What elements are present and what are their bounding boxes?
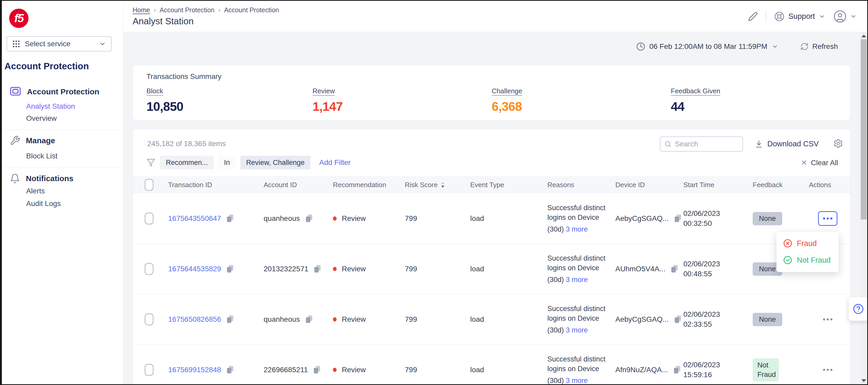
chevron-down-icon [818, 13, 825, 20]
risk-score-value: 799 [405, 315, 470, 324]
pencil-icon[interactable] [748, 11, 758, 22]
clear-all-button[interactable]: ✕ Clear All [801, 158, 838, 167]
copy-icon[interactable] [226, 214, 234, 223]
copy-icon[interactable] [305, 214, 313, 223]
start-date: 02/06/2023 [683, 259, 720, 269]
vertical-scrollbar[interactable] [860, 32, 867, 384]
support-menu[interactable]: Support [774, 11, 825, 22]
copy-icon[interactable] [673, 365, 681, 374]
transaction-id-link[interactable]: 1675644535829 [168, 265, 221, 273]
items-count: 245,182 of 18,365 items [147, 139, 226, 148]
sidebar-section-manage[interactable]: Manage [10, 135, 55, 146]
col-transaction-id[interactable]: Transaction ID [168, 181, 264, 189]
more-reasons-link[interactable]: 3 more [566, 275, 588, 285]
col-account-id[interactable]: Account ID [264, 181, 333, 189]
scrollbar-thumb[interactable] [861, 39, 867, 220]
copy-icon[interactable] [226, 315, 234, 324]
row-checkbox[interactable] [145, 313, 154, 325]
select-service-dropdown[interactable]: Select service [6, 36, 112, 52]
sidebar-section-notifications[interactable]: Notifications [10, 173, 73, 184]
summary-title: Transactions Summary [147, 72, 221, 81]
sidebar-section-account-protection[interactable]: Account Protection [10, 87, 99, 97]
copy-icon[interactable] [226, 264, 234, 274]
metric-label[interactable]: Review [312, 87, 343, 95]
table-header: Transaction ID Account ID Recommendation… [133, 176, 850, 193]
start-time-cell: 02/06/2023 00:32:50 [683, 208, 720, 228]
table-settings-button[interactable] [833, 138, 843, 149]
row-actions-button[interactable] [818, 362, 837, 377]
start-time: 00:32:50 [683, 219, 720, 228]
download-csv-button[interactable]: Download CSV [755, 139, 819, 148]
more-reasons-link[interactable]: 3 more [566, 325, 588, 335]
sidebar-item-audit-logs[interactable]: Audit Logs [26, 199, 61, 208]
col-reasons[interactable]: Reasons [547, 181, 615, 189]
select-all-checkbox[interactable] [145, 179, 154, 191]
filter-field-chip[interactable]: Recommen... [160, 156, 214, 169]
col-risk-score[interactable]: Risk Score [405, 181, 470, 189]
row-checkbox[interactable] [145, 263, 154, 275]
breadcrumb: Home › Account Protection › Account Prot… [133, 6, 279, 14]
menu-item-fraud[interactable]: Fraud [776, 235, 839, 252]
filter-icon [147, 158, 155, 167]
col-device-id[interactable]: Device ID [615, 181, 683, 189]
sidebar-item-block-list[interactable]: Block List [26, 152, 58, 160]
feedback-badge: None [753, 313, 782, 326]
circle-check-icon [783, 256, 792, 264]
transaction-id-link[interactable]: 1675650826856 [168, 315, 221, 324]
row-actions-button[interactable] [818, 312, 837, 327]
sidebar-item-alerts[interactable]: Alerts [26, 187, 45, 195]
copy-icon[interactable] [671, 264, 678, 274]
refresh-button[interactable]: Refresh [800, 42, 838, 51]
row-checkbox[interactable] [145, 364, 154, 376]
recommendation-value: Review [342, 214, 366, 223]
help-button[interactable] [849, 297, 868, 321]
copy-icon[interactable] [305, 315, 313, 324]
menu-item-not-fraud[interactable]: Not Fraud [776, 252, 839, 268]
sidebar-item-overview[interactable]: Overview [26, 114, 57, 123]
metric-label[interactable]: Feedback Given [671, 87, 720, 95]
col-recommendation[interactable]: Recommendation [333, 181, 405, 189]
metric-label[interactable]: Block [147, 87, 183, 95]
sidebar-item-analyst-station[interactable]: Analyst Station [26, 102, 75, 110]
feedback-menu: Fraud Not Fraud [776, 232, 839, 272]
chevron-down-icon[interactable] [772, 43, 778, 50]
copy-icon[interactable] [674, 315, 682, 324]
bell-icon [10, 173, 20, 184]
search-box[interactable] [660, 136, 743, 152]
copy-icon[interactable] [226, 365, 234, 374]
date-range-value[interactable]: 06 Feb 12:00AM to 08 Mar 11:59PM [649, 42, 767, 51]
col-start-time[interactable]: Start Time [683, 181, 753, 189]
start-date: 02/06/2023 [683, 208, 720, 219]
add-filter-link[interactable]: Add Filter [319, 158, 351, 167]
section-label: Notifications [26, 174, 73, 183]
more-reasons-link[interactable]: 3 more [566, 225, 588, 234]
feedback-badge: None [753, 212, 782, 225]
scroll-up-arrow[interactable] [862, 34, 866, 37]
col-event-type[interactable]: Event Type [470, 181, 547, 189]
risk-score-value: 799 [405, 366, 470, 374]
breadcrumb-home[interactable]: Home [133, 6, 150, 14]
device-id-value: AebyCgSGAQ... [615, 214, 669, 223]
shield-screen-icon [10, 87, 21, 97]
search-input[interactable] [675, 140, 738, 148]
col-feedback[interactable]: Feedback [753, 181, 809, 189]
filter-operator-chip[interactable]: In [218, 156, 236, 169]
scroll-down-arrow[interactable] [862, 379, 866, 382]
menu-item-label: Not Fraud [797, 256, 831, 264]
circle-x-icon [783, 239, 792, 248]
recommendation-dot [333, 368, 337, 372]
sort-icon[interactable] [440, 182, 445, 188]
user-menu[interactable] [833, 10, 857, 23]
transaction-id-link[interactable]: 1675643550647 [168, 214, 221, 223]
risk-score-value: 799 [405, 214, 470, 223]
copy-icon[interactable] [313, 365, 321, 374]
metric-label[interactable]: Challenge [492, 87, 522, 95]
copy-icon[interactable] [314, 264, 321, 274]
row-actions-button[interactable] [818, 211, 837, 226]
breadcrumb-item[interactable]: Account Protection [159, 6, 214, 14]
filter-value-chip[interactable]: Review, Challenge [240, 156, 310, 169]
more-reasons-link[interactable]: 3 more [566, 376, 588, 385]
row-checkbox[interactable] [145, 213, 154, 225]
transaction-id-link[interactable]: 1675699152848 [168, 366, 221, 374]
copy-icon[interactable] [674, 214, 682, 223]
